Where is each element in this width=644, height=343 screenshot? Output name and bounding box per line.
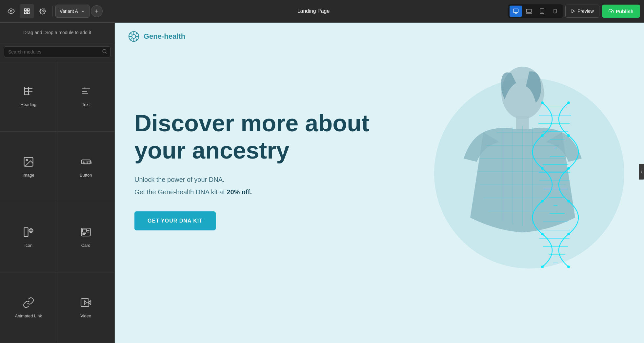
search-input[interactable]: [4, 46, 111, 57]
publish-label: Publish: [616, 9, 634, 14]
hero-subtitle-2: Get the Gene-health DNA kit at 20% off.: [134, 187, 404, 197]
svg-marker-35: [84, 301, 87, 305]
svg-rect-3: [25, 12, 27, 14]
svg-point-85: [541, 200, 544, 203]
grid-button[interactable]: [20, 4, 34, 18]
image-icon: [23, 156, 34, 169]
add-variant-button[interactable]: [91, 5, 103, 17]
modules-grid: Heading Text: [0, 61, 114, 343]
desktop-view-button[interactable]: [510, 6, 522, 17]
drag-hint: Drag and Drop a module to add it: [0, 23, 114, 43]
desktop-icon: [513, 8, 519, 14]
module-item-video[interactable]: Video: [57, 272, 115, 343]
logo-icon: [128, 31, 140, 42]
mobile-icon: [553, 8, 557, 14]
tablet-icon: [539, 8, 545, 14]
svg-point-81: [541, 134, 544, 137]
hero-illustration: [418, 54, 628, 296]
svg-line-44: [136, 33, 137, 34]
svg-point-37: [132, 34, 136, 38]
search-icon: [102, 49, 107, 55]
svg-point-79: [541, 101, 544, 104]
logo-text: Gene-health: [144, 32, 185, 41]
svg-point-0: [10, 10, 12, 12]
card-icon: [80, 226, 92, 240]
svg-point-88: [567, 233, 570, 235]
lp-hero-section: Discover more about your ancestry Unlock…: [115, 50, 644, 296]
svg-point-82: [567, 134, 570, 137]
heading-icon: [23, 85, 34, 99]
gear-icon: [39, 8, 46, 14]
svg-point-21: [26, 159, 28, 161]
module-label-icon: Icon: [24, 243, 32, 248]
top-toolbar: Variant A Landing Page: [0, 0, 644, 23]
variant-label: Variant A: [60, 9, 78, 14]
cta-button[interactable]: GET YOUR DNA KIT: [134, 211, 216, 230]
text-icon: [80, 85, 92, 99]
hero-discount: 20% off.: [227, 188, 252, 196]
svg-text:BUTTON: BUTTON: [83, 161, 92, 164]
module-item-image[interactable]: Image: [0, 132, 57, 202]
sidebar-collapse-button[interactable]: [639, 164, 644, 180]
svg-rect-24: [24, 228, 28, 237]
module-item-card[interactable]: Card: [57, 202, 115, 273]
tablet-view-button[interactable]: [536, 6, 548, 17]
svg-rect-1: [25, 9, 27, 11]
module-item-icon[interactable]: Icon: [0, 202, 57, 273]
module-label-heading: Heading: [21, 102, 36, 107]
laptop-view-button[interactable]: [523, 6, 535, 17]
module-item-animated-link[interactable]: Animated Link: [0, 272, 57, 343]
canvas-area: Gene-health Discover more about your anc…: [115, 23, 644, 343]
button-icon: BUTTON: [80, 156, 92, 169]
preview-label: Preview: [577, 9, 594, 14]
module-item-text[interactable]: Text: [57, 61, 115, 132]
module-item-button[interactable]: BUTTON Button: [57, 132, 115, 202]
svg-line-45: [130, 38, 131, 40]
publish-button[interactable]: Publish: [602, 5, 640, 18]
divider: [52, 6, 53, 16]
svg-point-84: [567, 167, 570, 170]
hero-subtitle-1: Unlock the power of your DNA.: [134, 175, 404, 184]
lp-hero-content: Discover more about your ancestry Unlock…: [134, 110, 404, 230]
svg-point-15: [555, 12, 555, 12]
landing-page: Gene-health Discover more about your anc…: [115, 23, 644, 343]
svg-marker-34: [88, 301, 91, 305]
svg-point-25: [29, 229, 33, 233]
hero-svg: [418, 54, 628, 296]
svg-line-19: [106, 53, 107, 54]
module-label-video: Video: [80, 313, 91, 318]
play-icon: [571, 9, 575, 13]
grid-icon: [24, 8, 30, 14]
module-label-card: Card: [81, 243, 91, 248]
hero-title: Discover more about your ancestry: [134, 110, 404, 164]
settings-button[interactable]: [35, 4, 50, 18]
variant-selector[interactable]: Variant A: [55, 5, 90, 18]
svg-rect-4: [28, 12, 30, 14]
svg-rect-2: [28, 9, 30, 11]
sidebar: Drag and Drop a module to add it Headin: [0, 23, 115, 343]
plus-icon: [94, 9, 99, 14]
svg-point-26: [30, 230, 32, 232]
search-container: [0, 43, 114, 61]
svg-point-89: [541, 266, 544, 268]
module-label-image: Image: [23, 173, 34, 178]
module-label-button: Button: [80, 173, 92, 178]
svg-rect-8: [513, 9, 518, 12]
mobile-view-button[interactable]: [549, 6, 561, 17]
module-item-heading[interactable]: Heading: [0, 61, 57, 132]
toolbar-right: Preview Publish: [508, 4, 640, 18]
icon-module-icon: [23, 226, 34, 240]
eye-toggle-button[interactable]: [4, 4, 18, 18]
svg-point-90: [567, 266, 570, 268]
main-layout: Drag and Drop a module to add it Headin: [0, 23, 644, 343]
svg-point-18: [103, 50, 106, 53]
chevron-down-icon: [81, 9, 85, 13]
device-switcher: [508, 4, 563, 18]
module-label-text: Text: [82, 102, 90, 107]
svg-point-87: [541, 233, 544, 235]
animated-link-icon: [23, 297, 34, 310]
preview-button[interactable]: Preview: [565, 5, 599, 18]
laptop-icon: [526, 8, 532, 14]
svg-point-80: [567, 101, 570, 104]
lp-header: Gene-health: [115, 23, 644, 50]
